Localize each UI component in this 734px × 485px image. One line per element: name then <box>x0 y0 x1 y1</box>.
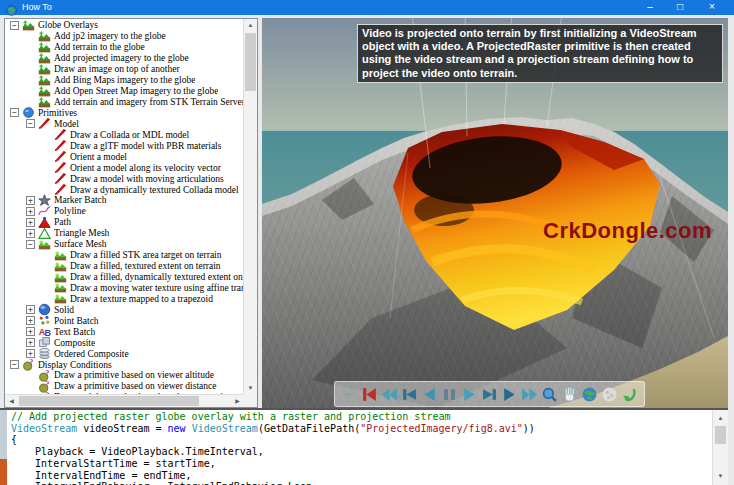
close-button[interactable]: × <box>698 0 726 15</box>
tree-expander[interactable]: + <box>26 305 35 314</box>
expander-spacer <box>42 283 51 292</box>
expander-spacer <box>42 294 51 303</box>
tree-expander[interactable]: − <box>26 240 35 249</box>
pan-tool-button[interactable] <box>561 386 578 403</box>
collapse-toolbar-button[interactable] <box>341 386 358 403</box>
expander-spacer <box>42 185 51 194</box>
tree-expander[interactable]: − <box>10 108 19 117</box>
scroll-left-arrow[interactable]: ◀ <box>5 395 18 407</box>
scroll-up-arrow[interactable]: ▲ <box>244 19 257 32</box>
display-conditions-icon: ? <box>22 358 35 371</box>
scroll-up-arrow[interactable]: ▲ <box>713 412 728 425</box>
play-button[interactable] <box>461 386 478 403</box>
tree-item-label: Triangle Mesh <box>54 228 109 238</box>
tree-vertical-scrollbar[interactable]: ▲ ▼ <box>243 19 257 395</box>
code-vertical-scrollbar[interactable]: ▲ ▼ <box>712 410 728 485</box>
step-forward-button[interactable] <box>481 386 498 403</box>
tree-expander[interactable]: + <box>26 338 35 347</box>
tree-item[interactable]: −Model <box>6 118 243 129</box>
expander-spacer <box>42 273 51 282</box>
step-backward-button[interactable] <box>401 386 418 403</box>
expander-spacer <box>42 174 51 183</box>
tree-item[interactable]: +Ordered Composite <box>6 348 243 359</box>
tree-item-label: Draw a dynamically textured Collada mode… <box>70 185 239 195</box>
tree-item[interactable]: Orient a model <box>6 151 243 162</box>
expander-spacer <box>26 76 35 85</box>
tree-item-label: Draw a primitive based on viewer distanc… <box>54 381 217 391</box>
viewport-toolbar[interactable] <box>334 381 645 407</box>
tree-item[interactable]: Draw a Collada or MDL model <box>6 129 243 140</box>
tree-item[interactable]: Draw a glTF model with PBR materials <box>6 140 243 151</box>
tree-expander[interactable]: + <box>26 218 35 227</box>
tree-item-label: Add terrain and imagery from STK Terrain… <box>54 97 243 107</box>
code-editor[interactable]: // Add projected raster globe overlay wi… <box>11 411 711 485</box>
tree-expander[interactable]: + <box>26 207 35 216</box>
minimize-button[interactable]: – <box>636 0 664 15</box>
tree-item-label: Draw a Collada or MDL model <box>70 130 189 140</box>
skip-to-start-button[interactable] <box>361 386 378 403</box>
tree-item-label: Orient a model <box>70 152 127 162</box>
tree-expander[interactable]: + <box>26 349 35 358</box>
tree-item-label: Path <box>54 217 71 227</box>
ordered-composite-icon <box>38 347 51 360</box>
tree-expander[interactable]: − <box>26 119 35 128</box>
tree-hscroll-thumb[interactable] <box>19 396 199 406</box>
reset-view-button[interactable] <box>621 386 638 403</box>
fast-forward-button[interactable] <box>521 386 538 403</box>
terrain-overlay-icon <box>38 96 51 109</box>
rewind-button[interactable] <box>381 386 398 403</box>
tree-item-label: Draw an image on top of another <box>54 64 180 74</box>
tree-item[interactable]: Add terrain and imagery from STK Terrain… <box>6 97 243 108</box>
moon-view-button[interactable] <box>601 386 618 403</box>
play-faster-button[interactable] <box>501 386 518 403</box>
tree-item[interactable]: −Surface Mesh <box>6 239 243 250</box>
earth-view-button[interactable] <box>581 386 598 403</box>
tree-item-label: Draw a texture mapped to a trapezoid <box>70 294 213 304</box>
zoom-tool-button[interactable] <box>541 386 558 403</box>
scroll-down-arrow[interactable]: ▼ <box>713 470 728 483</box>
scroll-down-arrow[interactable]: ▼ <box>244 382 257 395</box>
expander-spacer <box>26 371 35 380</box>
watermark-text: CrkDongle.com <box>543 218 712 244</box>
tree-item[interactable]: Draw a filled, dynamically textured exte… <box>6 272 243 283</box>
code-line: IntervalStartTime = startTime, <box>11 458 711 470</box>
expander-spacer <box>26 32 35 41</box>
scroll-right-arrow[interactable]: ▶ <box>231 395 244 407</box>
tree-expander[interactable]: − <box>10 360 19 369</box>
tree-horizontal-scrollbar[interactable]: ◀ ▶ <box>5 394 244 407</box>
pause-button[interactable] <box>441 386 458 403</box>
play-backward-button[interactable] <box>421 386 438 403</box>
tree-item-label: Draw a moving water texture using affine… <box>70 283 243 293</box>
code-vscroll-thumb[interactable] <box>715 426 726 444</box>
svg-text:?: ? <box>45 369 49 378</box>
svg-text:?: ? <box>45 380 49 389</box>
code-panel: // Add projected raster globe overlay wi… <box>0 408 728 485</box>
title-bar[interactable]: How To – □ × <box>0 0 734 15</box>
tree-item[interactable]: Draw a filled STK area target on terrain <box>6 250 243 261</box>
tree-expander[interactable]: + <box>26 316 35 325</box>
tree-expander[interactable]: + <box>26 327 35 336</box>
primitives-icon <box>22 106 35 119</box>
tree-item[interactable]: Draw a filled, textured extent on terrai… <box>6 261 243 272</box>
scrollbar-corner <box>244 395 257 407</box>
tree-expander[interactable]: + <box>26 229 35 238</box>
tree-item[interactable]: Orient a model along its velocity vector <box>6 162 243 173</box>
expander-spacer <box>42 152 51 161</box>
code-left-strip <box>0 410 7 485</box>
insight3d-viewport[interactable]: Video is projected onto terrain by first… <box>262 18 728 408</box>
code-line: Playback = VideoPlayback.TimeInterval, <box>11 446 711 458</box>
tree-vscroll-thumb[interactable] <box>245 33 256 91</box>
tree-item[interactable]: Draw a model with moving articulations <box>6 173 243 184</box>
model-icon <box>38 117 51 130</box>
tree-item-label: Marker Batch <box>54 195 107 205</box>
code-line: IntervalEndBehavior = IntervalEndBehavio… <box>11 481 711 485</box>
tree-item[interactable]: Draw a moving water texture using affine… <box>6 283 243 294</box>
surface-mesh-icon <box>38 238 51 251</box>
maximize-button[interactable]: □ <box>666 0 694 15</box>
tree-expander[interactable]: + <box>26 196 35 205</box>
expander-spacer <box>42 130 51 139</box>
tree-item-label: Draw a glTF model with PBR materials <box>70 141 221 151</box>
tree-item-label: Orient a model along its velocity vector <box>70 163 221 173</box>
expander-spacer <box>42 163 51 172</box>
tree-expander[interactable]: − <box>10 21 19 30</box>
